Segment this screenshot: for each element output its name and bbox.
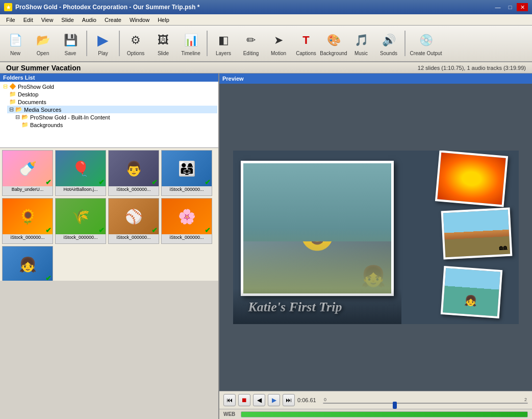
- thumb-label-baby: Baby_underU...: [3, 186, 53, 192]
- window-title: ProShow Gold - Photodex Corporation - Ou…: [15, 4, 199, 11]
- toolbar-separator-3: [207, 31, 208, 56]
- layers-icon: ◧: [214, 31, 233, 50]
- web-bar: WEB: [219, 409, 532, 419]
- open-label: Open: [37, 51, 49, 56]
- sounds-icon: 🔊: [379, 31, 398, 50]
- timeline-icon: 📊: [182, 31, 200, 50]
- app-icon: ★: [4, 3, 12, 11]
- time-display: 0:06.61: [297, 397, 320, 403]
- background-label: Background: [320, 51, 347, 56]
- menu-help[interactable]: Help: [154, 16, 173, 24]
- tree-item-documents[interactable]: 📁 Documents: [7, 98, 217, 106]
- right-panel: Preview 👨 👧: [219, 73, 532, 419]
- thumb-label-balloon: HotAirBalloon.j...: [56, 186, 106, 192]
- sounds-button[interactable]: 🔊 Sounds: [375, 28, 402, 59]
- sounds-label: Sounds: [380, 51, 397, 56]
- stop-button[interactable]: ⏹: [238, 394, 250, 406]
- progress-bar[interactable]: [323, 403, 528, 404]
- play-preview-button[interactable]: ▶: [268, 394, 280, 406]
- save-button[interactable]: 💾 Save: [57, 28, 84, 59]
- close-button[interactable]: ✕: [517, 3, 528, 11]
- main-area: Folders List ⊟ 🔶 ProShow Gold 📁 Desktop …: [0, 73, 532, 419]
- back-button[interactable]: ◀: [253, 394, 265, 406]
- thumb-check-girl: ✔: [45, 274, 52, 281]
- media-thumb-field[interactable]: 🌾 ✔ iStock_000000...: [55, 198, 106, 244]
- left-panel: Folders List ⊟ 🔶 ProShow Gold 📁 Desktop …: [0, 73, 219, 419]
- layers-label: Layers: [216, 51, 231, 56]
- open-icon: 📂: [34, 31, 52, 50]
- music-button[interactable]: 🎵 Music: [348, 28, 374, 59]
- new-button[interactable]: 📄 New: [2, 28, 29, 59]
- media-thumb-kids[interactable]: 👨‍👩‍👧 ✔ iStock_000000...: [161, 150, 212, 196]
- media-thumb-flower2[interactable]: 🌸 ✔ iStock_000000...: [161, 198, 212, 244]
- media-thumb-baby[interactable]: 🍼 ✔ Baby_underU...: [2, 150, 53, 196]
- thumb-check-flower2: ✔: [205, 226, 211, 234]
- tree-item-desktop[interactable]: 📁 Desktop: [7, 90, 217, 98]
- title-bar-left: ★ ProShow Gold - Photodex Corporation - …: [4, 3, 199, 11]
- tree-label-media-sources: Media Sources: [24, 107, 61, 113]
- menu-create[interactable]: Create: [100, 16, 125, 24]
- preview-main-photo: 👨 👧: [241, 161, 394, 296]
- media-thumb-balloon[interactable]: 🎈 ✔ HotAirBalloon.j...: [55, 150, 106, 196]
- menu-slide[interactable]: Slide: [57, 16, 78, 24]
- create-output-button[interactable]: 💿 Create Output: [408, 28, 444, 59]
- preview-thumb-vineyard: 👧: [440, 266, 502, 318]
- editing-label: Editing: [243, 51, 259, 56]
- maximize-button[interactable]: □: [504, 3, 516, 11]
- new-label: New: [10, 51, 20, 56]
- motion-button[interactable]: ➤ Motion: [265, 28, 292, 59]
- menu-file[interactable]: File: [2, 16, 19, 24]
- media-grid[interactable]: 🍼 ✔ Baby_underU... 🎈 ✔ HotAirBalloon.j..…: [0, 148, 218, 281]
- tree-item-proshowgold[interactable]: ⊟ 🔶 ProShow Gold: [1, 83, 217, 90]
- preview-area: 👨 👧 🏘 👧: [219, 84, 532, 391]
- create-output-label: Create Output: [410, 51, 442, 56]
- thumb-label-couple: iStock_000000...: [109, 186, 159, 192]
- media-thumb-girl[interactable]: 👧 ✔ iStock_000000...: [2, 246, 53, 281]
- folders-tree[interactable]: ⊟ 🔶 ProShow Gold 📁 Desktop 📁 Documents ⊟…: [0, 82, 218, 148]
- thumb-check-couple: ✔: [151, 178, 158, 186]
- progress-handle[interactable]: [393, 402, 397, 409]
- timeline-button[interactable]: 📊 Timeline: [178, 28, 204, 59]
- captions-button[interactable]: T Captions: [293, 28, 319, 59]
- controls-bar: ⏮ ⏹ ◀ ▶ ⏭ 0:06.61 0 2: [219, 391, 532, 409]
- minimize-button[interactable]: —: [492, 3, 503, 11]
- editing-button[interactable]: ✏ Editing: [238, 28, 264, 59]
- menu-edit[interactable]: Edit: [19, 16, 37, 24]
- menu-window[interactable]: Window: [125, 16, 154, 24]
- toolbar-separator-4: [404, 31, 406, 56]
- tree-item-backgrounds[interactable]: 📁 Backgrounds: [19, 121, 217, 129]
- layers-button[interactable]: ◧ Layers: [210, 28, 237, 59]
- play-button[interactable]: ▶ Play: [90, 28, 116, 59]
- menu-view[interactable]: View: [37, 16, 58, 24]
- tree-label-desktop: Desktop: [18, 91, 38, 97]
- forward-button[interactable]: ⏭: [283, 394, 295, 406]
- tree-item-media-sources[interactable]: ⊟ 📂 Media Sources: [7, 106, 217, 113]
- save-icon: 💾: [61, 31, 80, 50]
- background-button[interactable]: 🎨 Background: [320, 28, 347, 59]
- tree-label-builtin: ProShow Gold - Built-In Content: [30, 114, 110, 120]
- new-icon: 📄: [6, 31, 24, 50]
- rewind-button[interactable]: ⏮: [223, 394, 236, 406]
- thumb-label-flower2: iStock_000000...: [162, 234, 212, 240]
- preview-thumb-flower: [435, 151, 508, 207]
- captions-label: Captions: [296, 51, 316, 56]
- toolbar-separator-1: [86, 31, 87, 56]
- tree-label-documents: Documents: [18, 99, 46, 105]
- options-button[interactable]: ⚙ Options: [122, 28, 149, 59]
- open-button[interactable]: 📂 Open: [30, 28, 56, 59]
- menu-audio[interactable]: Audio: [78, 16, 100, 24]
- toolbar-separator-2: [119, 31, 120, 56]
- save-label: Save: [65, 51, 77, 56]
- slide-label: Slide: [158, 51, 169, 56]
- media-thumb-couple[interactable]: 👨 ✔ iStock_000000...: [108, 150, 159, 196]
- media-thumb-baseball[interactable]: ⚾ ✔ iStock_000000...: [108, 198, 159, 244]
- music-label: Music: [354, 51, 368, 56]
- thumb-label-baseball: iStock_000000...: [109, 234, 159, 240]
- thumb-label-field: iStock_000000...: [56, 234, 106, 240]
- title-bar-controls: — □ ✕: [492, 3, 528, 11]
- media-thumb-flower[interactable]: 🌻 ✔ iStock_000000...: [2, 198, 53, 244]
- web-progress-bar: [241, 411, 528, 417]
- tree-label-backgrounds: Backgrounds: [30, 122, 63, 128]
- tree-item-builtin[interactable]: ⊟ 📂 ProShow Gold - Built-In Content: [13, 113, 217, 121]
- slide-button[interactable]: 🖼 Slide: [150, 28, 176, 59]
